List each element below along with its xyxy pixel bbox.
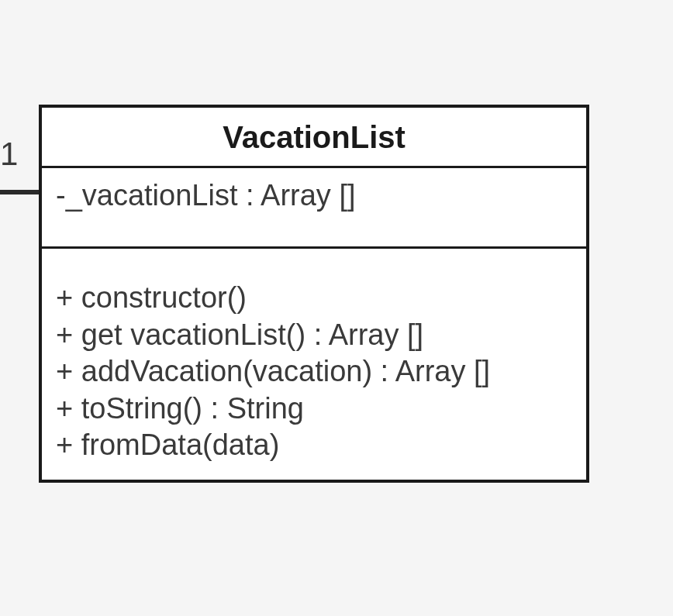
uml-class: VacationList -_vacationList : Array [] +… <box>39 105 589 483</box>
attributes-compartment: -_vacationList : Array [] <box>42 168 586 249</box>
operation-row: + get vacationList() : Array [] <box>56 317 572 354</box>
operation-row: + toString() : String <box>56 391 572 428</box>
multiplicity-label: 1 <box>0 136 18 173</box>
association-connector <box>0 190 39 194</box>
operations-compartment: + constructor() + get vacationList() : A… <box>42 249 586 480</box>
operation-row: + constructor() <box>56 280 572 317</box>
attribute-row: -_vacationList : Array [] <box>56 179 572 212</box>
operation-row: + addVacation(vacation) : Array [] <box>56 353 572 391</box>
class-name: VacationList <box>42 108 586 168</box>
uml-class-box: VacationList -_vacationList : Array [] +… <box>39 105 589 483</box>
operation-row: + fromData(data) <box>56 427 572 464</box>
